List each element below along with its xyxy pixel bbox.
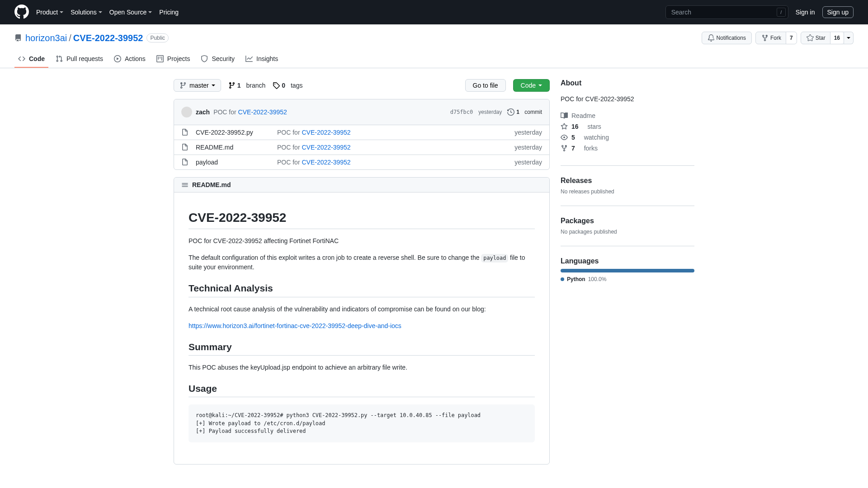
- file-name-link[interactable]: CVE-2022-39952.py: [196, 129, 277, 136]
- pull-request-icon: [56, 55, 63, 62]
- history-icon: [507, 108, 514, 116]
- file-commit-msg[interactable]: POC for CVE-2022-39952: [277, 159, 514, 166]
- releases-title[interactable]: Releases: [561, 177, 694, 185]
- readme-h2: Summary: [189, 342, 535, 356]
- watching-link[interactable]: 5 watching: [561, 133, 694, 142]
- repo-tabs: Code Pull requests Actions Projects Secu…: [0, 52, 868, 68]
- header-search: /: [665, 5, 788, 19]
- star-icon: [807, 34, 814, 42]
- signup-button[interactable]: Sign up: [822, 6, 854, 18]
- branches-link[interactable]: 1 branch: [228, 82, 266, 89]
- notifications-button[interactable]: Notifications: [702, 32, 752, 44]
- star-icon: [561, 123, 568, 130]
- star-button[interactable]: Star 16: [801, 32, 844, 44]
- chevron-down-icon: [99, 11, 102, 13]
- file-icon: [181, 144, 189, 151]
- readme-filename[interactable]: README.md: [192, 181, 231, 188]
- branch-picker[interactable]: master: [174, 79, 221, 92]
- commit-date: yesterday: [478, 109, 502, 115]
- nav-opensource[interactable]: Open Source: [109, 9, 152, 16]
- avatar[interactable]: [181, 107, 192, 117]
- forks-link[interactable]: 7 forks: [561, 144, 694, 153]
- repo-actions: Notifications Fork 7 Star 16: [702, 32, 854, 44]
- tab-code[interactable]: Code: [14, 52, 48, 68]
- search-input[interactable]: [665, 5, 788, 19]
- code-download-button[interactable]: Code: [513, 79, 550, 92]
- star-dropdown[interactable]: [844, 32, 854, 44]
- tab-actions[interactable]: Actions: [110, 52, 149, 68]
- list-icon: [181, 181, 189, 188]
- languages-title: Languages: [561, 257, 694, 265]
- latest-commit: zach POC for CVE-2022-39952 d75fbc0 yest…: [174, 99, 549, 125]
- language-percent: 100.0%: [588, 276, 607, 282]
- language-dot: [561, 277, 564, 281]
- languages-section: Languages Python 100.0%: [561, 257, 694, 293]
- project-icon: [156, 55, 164, 62]
- readme: README.md CVE-2022-39952 POC for CVE-202…: [174, 177, 550, 465]
- github-logo[interactable]: [14, 5, 29, 20]
- notifications-label: Notifications: [717, 35, 746, 41]
- nav-pricing[interactable]: Pricing: [159, 9, 179, 16]
- commit-message[interactable]: POC for CVE-2022-39952: [213, 108, 287, 116]
- nav-product[interactable]: Product: [36, 9, 63, 16]
- commit-author[interactable]: zach: [196, 108, 210, 116]
- repo-owner-link[interactable]: horizon3ai: [25, 33, 67, 43]
- commits-link[interactable]: 1 commit: [507, 108, 542, 116]
- go-to-file-button[interactable]: Go to file: [465, 79, 506, 92]
- bell-icon: [708, 34, 715, 42]
- branch-info: 1 branch 0 tags: [228, 82, 303, 89]
- fork-button[interactable]: Fork 7: [755, 32, 797, 44]
- readme-paragraph: The default configuration of this exploi…: [189, 253, 535, 272]
- readme-paragraph: POC for CVE-2022-39952 affecting Fortine…: [189, 236, 535, 246]
- language-bar: [561, 269, 694, 272]
- tags-link[interactable]: 0 tags: [273, 82, 302, 89]
- sidebar: About POC for CVE-2022-39952 Readme 16 s…: [561, 79, 694, 465]
- tab-projects[interactable]: Projects: [153, 52, 194, 68]
- book-icon: [561, 112, 568, 119]
- tab-insights[interactable]: Insights: [242, 52, 282, 68]
- file-name-link[interactable]: payload: [196, 159, 277, 166]
- readme-header: README.md: [174, 178, 549, 192]
- releases-empty: No releases published: [561, 188, 694, 195]
- readme-paragraph: A technical root cause analysis of the v…: [189, 305, 535, 314]
- file-toolbar: master 1 branch 0 tags Go to file Code: [174, 79, 550, 92]
- file-commit-msg[interactable]: POC for CVE-2022-39952: [277, 144, 514, 151]
- header-auth: Sign in Sign up: [796, 6, 854, 18]
- global-header: Product Solutions Open Source Pricing / …: [0, 0, 868, 24]
- fork-icon: [561, 145, 568, 152]
- repo-name-link[interactable]: CVE-2022-39952: [73, 33, 143, 43]
- commit-sha[interactable]: d75fbc0: [450, 109, 473, 115]
- inline-code: payload: [481, 254, 508, 263]
- tab-security[interactable]: Security: [197, 52, 238, 68]
- chevron-down-icon: [538, 84, 542, 86]
- readme-h2: Usage: [189, 383, 535, 397]
- slash-hint: /: [777, 8, 786, 17]
- star-count: 16: [830, 32, 844, 44]
- file-date: yesterday: [514, 144, 542, 151]
- file-icon: [181, 129, 189, 136]
- signin-link[interactable]: Sign in: [796, 9, 815, 16]
- readme-h1: CVE-2022-39952: [189, 211, 535, 229]
- branch-name: master: [189, 82, 209, 89]
- readme-link[interactable]: https://www.horizon3.ai/fortinet-fortina…: [189, 322, 401, 329]
- readme-paragraph: This POC abuses the keyUpload.jsp endpoi…: [189, 363, 535, 372]
- tag-icon: [273, 82, 280, 89]
- chevron-down-icon: [212, 84, 215, 86]
- readme-link[interactable]: Readme: [561, 111, 694, 120]
- nav-solutions[interactable]: Solutions: [71, 9, 102, 16]
- file-name-link[interactable]: README.md: [196, 144, 277, 151]
- stars-link[interactable]: 16 stars: [561, 122, 694, 131]
- code-icon: [18, 55, 25, 62]
- branch-icon: [179, 82, 187, 89]
- file-date: yesterday: [514, 159, 542, 166]
- file-row: CVE-2022-39952.pyPOC for CVE-2022-39952y…: [174, 125, 549, 140]
- repo-title: horizon3ai / CVE-2022-39952 Public: [14, 33, 169, 43]
- language-item[interactable]: Python 100.0%: [561, 276, 694, 282]
- play-icon: [114, 55, 121, 62]
- chevron-down-icon: [148, 11, 152, 13]
- readme-h2: Technical Analysis: [189, 283, 535, 297]
- tab-pull-requests[interactable]: Pull requests: [52, 52, 107, 68]
- file-commit-msg[interactable]: POC for CVE-2022-39952: [277, 129, 514, 136]
- star-label: Star: [816, 35, 826, 41]
- packages-title[interactable]: Packages: [561, 217, 694, 225]
